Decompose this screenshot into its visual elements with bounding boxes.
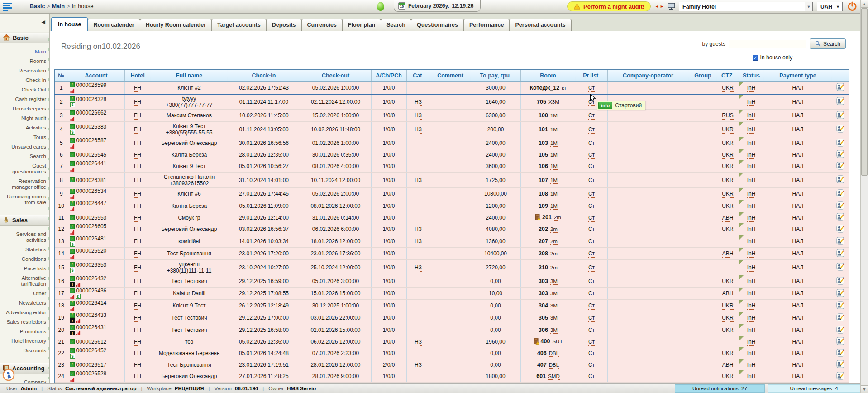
price-list-link[interactable]: Ст [588, 250, 595, 258]
citizenship-link[interactable]: UKR [722, 126, 733, 134]
resize-arrows-icon[interactable]: ◄► [655, 4, 665, 9]
edit-guest-button[interactable] [836, 277, 844, 285]
edit-guest-button[interactable] [836, 97, 844, 105]
power-button[interactable] [847, 1, 857, 13]
citizenship-link[interactable]: UKR [722, 350, 733, 357]
table-row[interactable]: 22i0000026452$FHМоделювання Березень05.0… [54, 347, 849, 359]
status-link[interactable]: InH [747, 85, 756, 92]
column-header-pr[interactable]: Pr.list. [576, 70, 607, 81]
table-row[interactable]: 13i0000026481$FHкомісійні14.01.2026 10:0… [54, 235, 849, 248]
room-type-link[interactable]: 3М [550, 303, 558, 309]
column-header-ptype[interactable]: Payment type [764, 70, 832, 81]
account-info-icon[interactable]: i [70, 276, 75, 281]
status-link[interactable]: InH [747, 177, 756, 184]
sidebar-item-price-lists[interactable]: Price lists [0, 264, 49, 273]
menu-icon[interactable] [3, 2, 14, 14]
table-row[interactable]: 23i0000026517FHТест Бронювання23.01.2026… [54, 359, 849, 370]
column-header-pay[interactable]: To pay, грн. [471, 70, 520, 81]
hotel-link[interactable]: FH [134, 238, 141, 245]
sidebar-item-rooms[interactable]: Rooms [0, 57, 49, 66]
status-link[interactable]: InH [747, 264, 756, 272]
status-link[interactable]: InH [747, 315, 756, 322]
table-row[interactable]: 7i0000026441FHКлієнт 9 Тест05.01.2026 10… [54, 160, 849, 173]
info-button[interactable] [2, 369, 15, 381]
category-link[interactable]: НЗ [415, 226, 422, 233]
sidebar-collapse-icon[interactable]: ◀ [0, 14, 49, 26]
citizenship-link[interactable]: ABH [722, 362, 734, 369]
category-link[interactable]: НЗ [415, 99, 422, 106]
sidebar-item-promotions[interactable]: Promotions [0, 327, 49, 336]
edit-guest-button[interactable] [836, 237, 844, 245]
breadcrumb-main[interactable]: Main [52, 3, 65, 10]
status-link[interactable]: InH [747, 203, 756, 210]
sidebar-item-night-audit[interactable]: Night audit [0, 114, 49, 123]
scroll-down-icon[interactable]: ▼ [861, 385, 868, 393]
citizenship-link[interactable]: UKR [722, 315, 733, 322]
account-info-icon[interactable]: i [70, 325, 75, 330]
citizenship-link[interactable]: UKR [722, 203, 733, 210]
category-link[interactable]: НЗ [415, 264, 422, 272]
citizenship-link[interactable]: UKR [722, 327, 733, 334]
status-link[interactable]: InH [747, 238, 756, 245]
room-type-link[interactable]: кт [562, 85, 566, 91]
room-type-link[interactable]: 3М [550, 291, 558, 297]
hotel-link[interactable]: FH [134, 163, 141, 170]
room-type-link[interactable]: SUT [552, 339, 563, 345]
citizenship-link[interactable]: UKR [722, 163, 733, 170]
room-type-link[interactable]: 3М [550, 315, 558, 321]
table-row[interactable]: 19i0000026433!FHТест Тестович29.12.2025 … [54, 312, 849, 324]
hotel-link[interactable]: FH [134, 99, 141, 106]
scroll-up-icon[interactable]: ▲ [861, 0, 868, 8]
room-type-link[interactable]: 1М [550, 113, 558, 119]
citizenship-link[interactable]: UKR [722, 302, 733, 310]
hotel-link[interactable]: FH [134, 302, 141, 310]
hotel-link[interactable]: FH [134, 315, 141, 322]
citizenship-link[interactable]: RUS [722, 112, 733, 120]
edit-guest-button[interactable] [836, 313, 844, 321]
table-row[interactable]: 4i0000026383$FHКлієнт 9 Тест+380(55)555-… [54, 122, 849, 137]
tab-target-accounts[interactable]: Target accounts [211, 19, 267, 31]
hotel-link[interactable]: FH [134, 112, 141, 120]
edit-guest-button[interactable] [836, 162, 844, 170]
table-row[interactable]: 6i0000026545FHКаліта Береза28.01.2026 12… [54, 149, 849, 160]
room-type-link[interactable]: 2m [554, 215, 561, 221]
currency-select[interactable]: UAH ▼ [817, 2, 843, 11]
table-row[interactable]: 12i0000026605FHБереговий Олександр03.02.… [54, 223, 849, 235]
column-header-group[interactable]: Group [689, 70, 717, 81]
sidebar-item-conditions[interactable]: Conditions [0, 254, 49, 264]
account-info-icon[interactable]: i [70, 96, 75, 101]
price-list-link[interactable]: Ст [588, 226, 595, 233]
room-type-link[interactable]: 3М [550, 327, 558, 334]
room-type-link[interactable]: 2m [550, 265, 558, 271]
price-list-link[interactable]: Ст [588, 112, 595, 120]
edit-guest-button[interactable] [836, 249, 844, 257]
price-list-link[interactable]: Ст [588, 177, 595, 184]
hotel-link[interactable]: FH [134, 85, 141, 92]
room-type-link[interactable]: 1М [550, 127, 558, 133]
category-link[interactable]: НЗ [415, 126, 422, 134]
table-row[interactable]: 20i0000026431!FHТест Тестович29.12.2025 … [54, 324, 849, 336]
price-list-link[interactable]: Ст [588, 152, 595, 159]
price-list-link[interactable]: Ст [588, 315, 595, 322]
status-link[interactable]: InH [747, 278, 756, 285]
account-info-icon[interactable]: i [70, 249, 75, 254]
status-link[interactable]: InH [747, 373, 756, 380]
tab-in-house[interactable]: In house [51, 17, 88, 31]
column-header-checkin[interactable]: Check-in [228, 70, 300, 81]
price-list-link[interactable]: Ст [588, 215, 595, 222]
hotel-link[interactable]: FH [134, 339, 141, 346]
account-info-icon[interactable]: i [70, 288, 75, 293]
edit-guest-button[interactable] [836, 175, 844, 183]
tab-room-calender[interactable]: Room calender [87, 19, 140, 31]
hotel-link[interactable]: FH [134, 226, 141, 233]
status-link[interactable]: InH [747, 250, 756, 258]
inhouse-only-checkbox[interactable]: ✓ In house only [753, 54, 792, 61]
hotel-link[interactable]: FH [134, 264, 141, 272]
account-info-icon[interactable]: i [70, 301, 75, 306]
edit-guest-button[interactable] [836, 289, 844, 297]
status-link[interactable]: InH [747, 112, 756, 120]
account-info-icon[interactable]: i [70, 161, 75, 166]
column-header-name[interactable]: Full name [151, 70, 228, 81]
table-row[interactable]: 18i0000026414FHКлієнт 9 Тест26.12.2025 1… [54, 300, 849, 312]
table-row[interactable]: 8i0000026381FHСтепаненко Наталія+3809326… [54, 173, 849, 188]
